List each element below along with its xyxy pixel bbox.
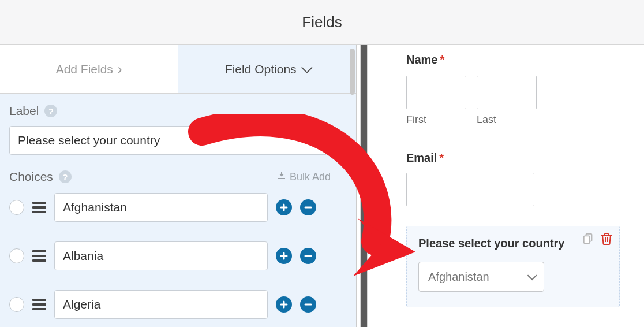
chevron-down-icon — [301, 62, 313, 73]
field-actions — [582, 232, 612, 245]
drag-handle-icon[interactable] — [32, 299, 46, 310]
name-field[interactable]: Name* First Last — [406, 53, 627, 126]
label-section: Label ? — [0, 94, 356, 155]
first-sublabel: First — [406, 114, 466, 126]
page-title: Fields — [302, 13, 342, 31]
tab-field-options[interactable]: Field Options — [178, 45, 357, 93]
choice-input[interactable] — [54, 193, 268, 222]
required-indicator: * — [439, 151, 444, 165]
choices-title-wrap: Choices ? — [9, 170, 72, 184]
choice-input[interactable] — [54, 241, 268, 270]
last-name-input[interactable] — [477, 76, 537, 109]
add-choice-button[interactable] — [276, 296, 292, 313]
left-panel: Add Fields Field Options Label ? Choices… — [0, 45, 357, 327]
choice-row — [9, 193, 347, 222]
choices-title: Choices — [9, 170, 53, 184]
name-row: First Last — [406, 76, 627, 126]
drag-handle-icon[interactable] — [32, 250, 46, 262]
dropdown-label: Please select your country — [418, 237, 608, 250]
add-choice-button[interactable] — [276, 199, 292, 215]
duplicate-icon[interactable] — [582, 232, 595, 245]
help-icon[interactable]: ? — [59, 170, 72, 183]
country-dropdown[interactable]: Afghanistan — [418, 262, 544, 292]
email-input[interactable] — [406, 173, 534, 206]
remove-choice-button[interactable] — [300, 296, 316, 313]
main-area: Add Fields Field Options Label ? Choices… — [0, 45, 644, 327]
download-icon — [277, 171, 286, 183]
choice-default-radio[interactable] — [9, 200, 24, 215]
chevron-right-icon — [118, 61, 122, 77]
choice-default-radio[interactable] — [9, 248, 24, 263]
choices-header: Choices ? Bulk Add — [0, 155, 356, 187]
bulk-add-button[interactable]: Bulk Add — [277, 171, 331, 183]
remove-choice-button[interactable] — [300, 248, 316, 264]
country-dropdown-field[interactable]: Please select your country Afghanistan — [406, 226, 620, 307]
form-preview: Name* First Last Email* — [372, 45, 644, 327]
first-name-col: First — [406, 76, 466, 126]
choice-row — [9, 241, 347, 270]
tabs: Add Fields Field Options — [0, 45, 356, 94]
choice-input[interactable] — [54, 290, 268, 319]
email-field[interactable]: Email* — [406, 151, 627, 206]
trash-icon[interactable] — [601, 232, 612, 245]
help-icon[interactable]: ? — [44, 105, 57, 117]
tab-add-fields[interactable]: Add Fields — [0, 45, 178, 93]
svg-rect-0 — [278, 178, 285, 179]
tab-add-fields-label: Add Fields — [56, 62, 113, 76]
first-name-input[interactable] — [406, 76, 466, 109]
drag-handle-icon[interactable] — [32, 202, 46, 213]
chevron-down-icon — [527, 270, 537, 280]
scrollbar[interactable] — [350, 49, 355, 95]
tab-field-options-label: Field Options — [225, 62, 297, 76]
label-input[interactable] — [9, 126, 328, 155]
name-label: Name* — [406, 53, 627, 66]
label-title: Label — [9, 104, 39, 118]
name-label-text: Name — [406, 53, 437, 66]
dropdown-value: Afghanistan — [428, 270, 489, 284]
required-indicator: * — [440, 53, 444, 66]
choice-default-radio[interactable] — [9, 297, 24, 312]
header-bar: Fields — [0, 0, 644, 45]
panel-divider[interactable] — [357, 45, 372, 327]
choice-row — [9, 290, 347, 319]
email-label: Email* — [406, 151, 627, 165]
label-section-header: Label ? — [9, 104, 347, 118]
choice-list — [0, 187, 356, 319]
svg-rect-2 — [584, 236, 590, 243]
remove-choice-button[interactable] — [300, 199, 316, 215]
bulk-add-label: Bulk Add — [290, 171, 331, 183]
email-label-text: Email — [406, 151, 437, 165]
last-name-col: Last — [477, 76, 537, 126]
last-sublabel: Last — [477, 114, 537, 126]
add-choice-button[interactable] — [276, 248, 292, 264]
